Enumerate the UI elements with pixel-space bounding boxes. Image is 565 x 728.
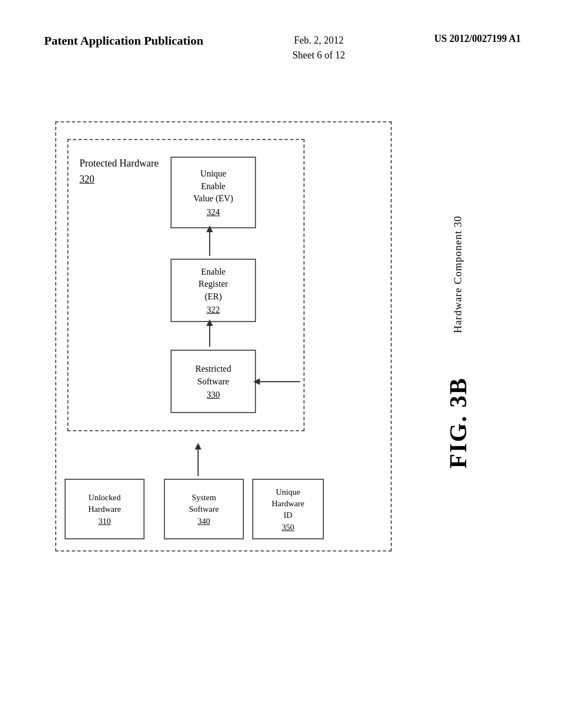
rs-box: RestrictedSoftware 330 (170, 350, 256, 413)
er-number: 322 (207, 305, 220, 315)
publication-date: Feb. 2, 2012 (294, 35, 344, 46)
unlocked-hw-number: 310 (98, 517, 111, 526)
unlocked-hw-box: UnlockedHardware 310 (65, 479, 145, 539)
er-box: EnableRegister(ER) 322 (170, 259, 256, 322)
sheet-info: Sheet 6 of 12 (292, 50, 345, 61)
sys-sw-box: SystemSoftware 340 (164, 479, 244, 539)
sys-sw-number: 340 (198, 517, 210, 526)
sys-sw-label: SystemSoftware (189, 492, 218, 515)
rs-number: 330 (207, 390, 220, 400)
arrow-uid-to-rs (259, 381, 300, 382)
arrow-rs-to-er (209, 325, 210, 347)
diagram-area: Protected Hardware 320 UniqueEnableValue… (33, 110, 532, 563)
hw-component-label: Hardware Component 30 (452, 216, 464, 333)
protected-hardware-label: Protected Hardware 320 (79, 157, 158, 186)
header-center: Feb. 2, 2012 Sheet 6 of 12 (292, 33, 345, 63)
right-labels: Hardware Component 30 FIG. 3B (403, 121, 513, 563)
page-header: Patent Application Publication Feb. 2, 2… (0, 33, 565, 63)
unlocked-hw-label: UnlockedHardware (88, 492, 121, 515)
arrow-er-to-uev (209, 231, 210, 256)
hardware-component-box: Protected Hardware 320 UniqueEnableValue… (55, 121, 392, 552)
uid-box: UniqueHardwareID 350 (252, 479, 324, 539)
protected-hw-number: 320 (79, 173, 158, 186)
uev-label: UniqueEnableValue (EV) (193, 168, 233, 205)
patent-number: US 2012/0027199 A1 (434, 33, 521, 45)
uev-number: 324 (207, 207, 220, 217)
rs-label: RestrictedSoftware (195, 363, 231, 388)
publication-title: Patent Application Publication (44, 33, 203, 49)
arrow-sysw-to-rs (198, 448, 199, 476)
fig-label: FIG. 3B (444, 377, 472, 469)
uid-number: 350 (282, 523, 295, 532)
bottom-row: UnlockedHardware 310 SystemSoftware 340 … (65, 479, 382, 539)
uev-box: UniqueEnableValue (EV) 324 (170, 157, 256, 228)
protected-hardware-box: Protected Hardware 320 UniqueEnableValue… (67, 139, 305, 431)
uid-label: UniqueHardwareID (271, 486, 304, 521)
er-label: EnableRegister(ER) (199, 266, 228, 303)
